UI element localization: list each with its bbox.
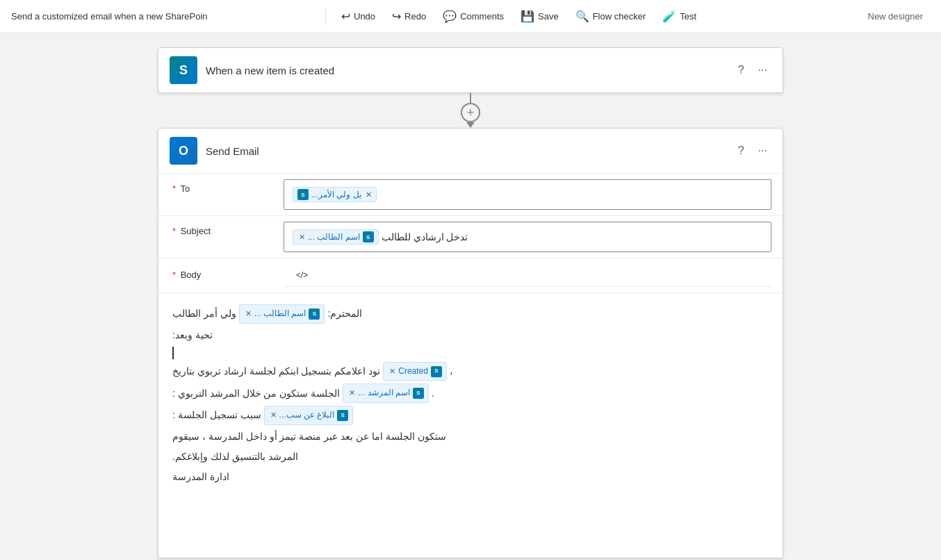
flow-container: S When a new item is created ? ··· + O S… (158, 47, 783, 559)
test-icon: 🧪 (662, 10, 676, 23)
body-student-name-close[interactable]: ✕ (245, 307, 252, 321)
body-counselor-close[interactable]: ✕ (349, 386, 355, 400)
to-token-icon: S (297, 189, 309, 200)
redo-icon: ↪ (392, 10, 401, 23)
body-line-4: . S اسم المرشد ... ✕ الجلسة ستكون من خلا… (172, 384, 453, 403)
new-designer-label: New designer (861, 7, 931, 26)
body-line-3: ، S Created ✕ نود اعلامكم بتسجيل ابنكم ل… (172, 362, 453, 381)
subject-token-close[interactable]: ✕ (299, 233, 305, 242)
subject-static-text: تدخل ارشادي للطالب (382, 231, 468, 242)
body-field-row: * Body </> المحترم: (158, 258, 783, 558)
separator (325, 8, 326, 25)
body-line7-text: المرشد بالتنسيق لذلك وإبلاغكم. (172, 448, 298, 466)
body-line1-text-right: المحترم: (327, 305, 362, 322)
body-student-name-token[interactable]: S اسم الطالب ... ✕ (239, 304, 325, 324)
send-email-icon-letter: O (179, 144, 188, 158)
body-toolbar: </> (284, 264, 771, 287)
redo-button[interactable]: ↪ Redo (385, 6, 433, 27)
body-line-5: S البلاغ عن سب... ✕ سبب تسجيل الجلسة : (172, 406, 453, 425)
body-line4-suffix: . (432, 385, 434, 402)
body-line-1: المحترم: S اسم الطالب ... ✕ ولي أمر الطا… (172, 304, 453, 324)
send-email-actions: ? ··· (734, 142, 771, 160)
to-token-chip[interactable]: S ...يل ولي الأمر ✕ (293, 187, 377, 202)
send-email-help-button[interactable]: ? (734, 142, 748, 160)
body-line2-text: تحية وبعد: (172, 327, 213, 344)
send-email-title: Send Email (206, 145, 726, 157)
subject-token-chip[interactable]: S اسم الطالب ... ✕ (293, 229, 379, 245)
trigger-header: S When a new item is created ? ··· (158, 48, 783, 92)
flow-checker-icon: 🔍 (575, 10, 589, 23)
text-cursor (172, 347, 174, 359)
trigger-help-button[interactable]: ? (734, 61, 748, 79)
trigger-icon-box: S (170, 56, 197, 84)
test-button[interactable]: 🧪 Test (655, 6, 703, 27)
save-icon: 💾 (521, 10, 534, 23)
html-toggle-button[interactable]: </> (292, 268, 312, 282)
connector-arrow (466, 122, 475, 128)
body-line-8: ادارة المدرسة (172, 468, 453, 486)
body-reason-token[interactable]: S البلاغ عن سب... ✕ (264, 406, 354, 425)
to-required-star: * (172, 183, 176, 194)
body-label: * Body (158, 258, 284, 290)
save-button[interactable]: 💾 Save (514, 6, 566, 27)
undo-button[interactable]: ↩ Undo (334, 6, 382, 27)
send-email-body: * To S ...يل ولي الأمر ✕ * (158, 173, 783, 558)
toolbar: Send a customized email when a new Share… (0, 0, 941, 33)
body-counselor-icon: S (413, 388, 424, 399)
body-reason-close[interactable]: ✕ (270, 409, 277, 422)
body-cursor-line (172, 347, 453, 359)
page-title: Send a customized email when a new Share… (11, 11, 317, 22)
send-email-more-button[interactable]: ··· (754, 142, 771, 160)
body-student-name-icon: S (309, 308, 320, 320)
to-label: * To (158, 174, 284, 204)
connector: + (461, 93, 480, 128)
trigger-card: S When a new item is created ? ··· (158, 47, 783, 93)
body-line6-text: ستكون الجلسة اما عن بعد عبر منصة تيمز أو… (172, 428, 446, 445)
subject-required-star: * (172, 226, 176, 236)
trigger-actions: ? ··· (734, 61, 771, 79)
body-created-close[interactable]: ✕ (389, 365, 395, 379)
connector-line-top (470, 93, 471, 103)
subject-label: * Subject (158, 216, 284, 246)
comments-button[interactable]: 💬 Comments (436, 6, 511, 27)
send-email-card: O Send Email ? ··· * To S (158, 128, 783, 559)
to-field-row: * To S ...يل ولي الأمر ✕ (158, 174, 783, 216)
send-email-header: O Send Email ? ··· (158, 129, 783, 173)
undo-icon: ↩ (341, 10, 350, 23)
trigger-title: When a new item is created (206, 65, 726, 76)
body-created-token[interactable]: S Created ✕ (383, 362, 447, 381)
body-line5-text: سبب تسجيل الجلسة : (172, 406, 261, 424)
trigger-icon-letter: S (179, 63, 188, 78)
subject-field-value[interactable]: تدخل ارشادي للطالب S اسم الطالب ... ✕ (284, 222, 771, 252)
body-line-6: ستكون الجلسة اما عن بعد عبر منصة تيمز أو… (172, 428, 453, 445)
body-created-icon: S (431, 366, 442, 377)
subject-field-row: * Subject تدخل ارشادي للطالب S اسم الطال… (158, 216, 783, 258)
body-required-star: * (172, 270, 176, 280)
body-line8-text: ادارة المدرسة (172, 468, 229, 486)
body-line-2: تحية وبعد: (172, 327, 453, 344)
body-line-7: المرشد بالتنسيق لذلك وإبلاغكم. (172, 448, 453, 466)
body-line4-text: الجلسة ستكون من خلال المرشد التربوي : (172, 385, 340, 402)
flow-checker-button[interactable]: 🔍 Flow checker (568, 6, 653, 27)
body-line1-prefix: ولي أمر الطالب (172, 305, 236, 322)
add-step-button[interactable]: + (461, 103, 480, 122)
comments-icon: 💬 (443, 10, 457, 23)
trigger-more-button[interactable]: ··· (754, 61, 771, 79)
body-line3-suffix: ، (450, 363, 453, 380)
to-token-close[interactable]: ✕ (366, 190, 372, 199)
body-content[interactable]: المحترم: S اسم الطالب ... ✕ ولي أمر الطا… (158, 293, 467, 557)
body-line3-text: نود اعلامكم بتسجيل ابنكم لجلسة ارشاد ترب… (172, 363, 380, 380)
subject-token-icon: S (363, 231, 374, 242)
flow-canvas: S When a new item is created ? ··· + O S… (0, 33, 941, 560)
send-email-icon-box: O (170, 137, 197, 165)
body-counselor-token[interactable]: S اسم المرشد ... ✕ (343, 384, 429, 403)
body-reason-icon: S (337, 410, 348, 421)
to-field-value[interactable]: S ...يل ولي الأمر ✕ (284, 179, 771, 210)
